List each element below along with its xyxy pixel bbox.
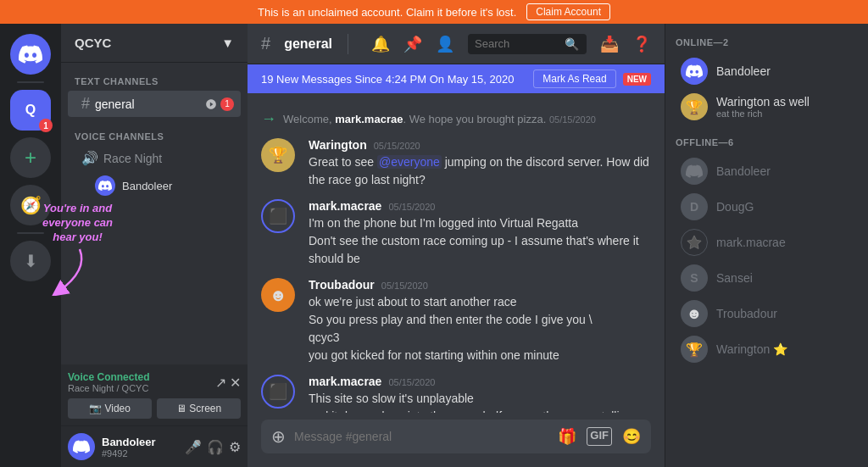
emoji-icon[interactable]: 😊: [622, 427, 641, 446]
member-status: eat the rich: [716, 108, 810, 119]
member-warington-online[interactable]: 🏆 Warington as well eat the rich: [676, 90, 858, 124]
system-message-welcome: → Welcome, mark.macrae. We hope you brou…: [248, 107, 665, 131]
member-name: Warington as well: [716, 95, 810, 108]
offline-section-header: OFFLINE—6: [676, 134, 858, 154]
search-icon: 🔍: [565, 37, 579, 51]
guild-header[interactable]: QCYC ▼: [61, 24, 248, 63]
new-badge: NEW: [623, 73, 651, 86]
mute-icon[interactable]: 🎤: [185, 439, 202, 455]
message-header: Warington 05/15/2020: [309, 138, 651, 152]
member-name: Sansei: [716, 271, 753, 285]
claim-account-button[interactable]: Claim Account: [526, 3, 610, 20]
member-dougg-offline[interactable]: D DougG: [676, 190, 858, 224]
welcome-username: mark.macrae: [335, 113, 403, 125]
vc-channel-text: Race Night / QCYC: [68, 383, 149, 393]
text-channels-header: Text Channels: [61, 63, 248, 90]
speaker-icon: 🔊: [81, 150, 98, 166]
channel-header-name: general: [284, 36, 332, 52]
avatar-mark-2: ⬛: [261, 375, 295, 409]
search-box[interactable]: 🔍: [468, 34, 587, 54]
member-troubadour-offline[interactable]: ☻ Troubadour: [676, 297, 858, 331]
vc-disconnect-icon[interactable]: ✕: [230, 375, 241, 391]
voice-channel-name: Race Night: [103, 152, 162, 165]
voice-user-bandoleer[interactable]: Bandoleer: [68, 172, 241, 199]
add-server-icon[interactable]: +: [10, 137, 51, 178]
download-icon[interactable]: ⬇: [10, 241, 51, 281]
mark-as-read-button[interactable]: Mark As Read: [533, 69, 615, 88]
header-icons: 🔔 📌 👤 🔍 📥 ❓: [371, 34, 651, 54]
user-discriminator: #9492: [102, 448, 178, 459]
messages-list: → Welcome, mark.macrae. We hope you brou…: [248, 93, 665, 413]
deafen-icon[interactable]: 🎧: [207, 439, 224, 455]
right-sidebar: ONLINE—2 Bandoleer 🏆 Warington as well e…: [665, 24, 868, 467]
help-icon[interactable]: ❓: [632, 35, 651, 53]
explore-icon[interactable]: 🧭: [10, 185, 51, 225]
voice-channel-race-night[interactable]: 🔊 Race Night: [68, 146, 241, 170]
avatar-troubadour: ☻: [261, 278, 295, 312]
message-content: Troubadour 05/15/2020 ok we're just abou…: [309, 278, 651, 364]
message-text-1: I'm on the phone but I'm logged into Vir…: [309, 214, 651, 232]
qcyc-server-icon[interactable]: Q 1: [10, 90, 51, 131]
voice-connected-panel: Voice Connected Race Night / QCYC ↗ ✕ 📷 …: [61, 364, 248, 425]
message-author: mark.macrae: [309, 199, 381, 213]
message-time: 05/15/2020: [388, 202, 435, 212]
gif-icon[interactable]: GIF: [587, 427, 612, 446]
message-header: mark.macrae 05/15/2020: [309, 375, 651, 388]
notification-bell-icon[interactable]: 🔔: [371, 35, 390, 53]
member-name: mark.macrae: [716, 236, 786, 249]
user-panel-avatar: [68, 433, 95, 460]
message-input-area: ⊕ 🎁 GIF 😊: [248, 413, 665, 467]
member-avatar-mark: [681, 229, 708, 256]
message-text: Great to see @everyone jumping on the di…: [309, 153, 651, 189]
mention-everyone[interactable]: @everyone: [377, 155, 442, 169]
channel-name: general: [95, 97, 135, 111]
guild-name: QCYC: [75, 36, 111, 50]
member-sansei-offline[interactable]: S Sansei: [676, 261, 858, 295]
avatar-mark: ⬛: [261, 199, 295, 233]
gift-icon[interactable]: 🎁: [558, 427, 576, 446]
video-button[interactable]: 📷 Video: [68, 398, 152, 419]
vc-expand-icon[interactable]: ↗: [215, 375, 226, 391]
member-avatar-warington: 🏆: [681, 93, 708, 120]
server-divider: [17, 81, 44, 83]
member-name: Bandoleer: [716, 64, 771, 78]
message-content: Warington 05/15/2020 Great to see @every…: [309, 138, 651, 189]
voice-user-avatar: [95, 175, 115, 196]
member-warington-offline[interactable]: 🏆 Warington ⭐: [676, 332, 858, 366]
message-text-2: Don't see the custom race coming up - I …: [309, 232, 651, 268]
vc-status-text: Voice Connected: [68, 371, 149, 383]
message-input[interactable]: [294, 430, 549, 443]
discord-home-icon[interactable]: [10, 34, 51, 75]
channel-item-general[interactable]: # general 1: [68, 91, 241, 117]
pin-icon[interactable]: 📌: [403, 35, 422, 53]
member-avatar: S: [681, 264, 708, 292]
message-time: 05/15/2020: [374, 141, 420, 151]
user-info: Bandoleer #9492: [102, 436, 178, 459]
add-file-icon[interactable]: ⊕: [271, 426, 286, 447]
message-time: 05/15/2020: [381, 281, 428, 291]
screen-button[interactable]: 🖥 Screen: [157, 398, 241, 419]
member-bandoleer-online[interactable]: Bandoleer: [676, 54, 858, 88]
search-input[interactable]: [475, 37, 559, 50]
channel-badge: 1: [220, 97, 234, 111]
member-avatar: 🏆: [681, 336, 708, 363]
settings-icon[interactable]: ⚙: [229, 439, 241, 455]
member-mark-offline[interactable]: mark.macrae: [676, 225, 858, 259]
message-text-1: ok we're just about to start another rac…: [309, 293, 651, 311]
message-header: mark.macrae 05/15/2020: [309, 199, 651, 213]
message-author: Troubadour: [309, 278, 375, 292]
new-messages-bar: 19 New Messages Since 4:24 PM On May 15,…: [248, 64, 665, 93]
inbox-icon[interactable]: 📥: [600, 35, 619, 53]
message-author: Warington: [309, 138, 367, 152]
online-section-header: ONLINE—2: [676, 34, 858, 54]
top-banner: This is an unclaimed account. Claim it b…: [0, 0, 868, 24]
member-name: Troubadour: [716, 307, 777, 320]
arrow-icon: →: [261, 110, 276, 128]
members-icon[interactable]: 👤: [436, 35, 454, 53]
message-author: mark.macrae: [309, 375, 381, 388]
member-bandoleer-offline[interactable]: Bandoleer: [676, 154, 858, 188]
guild-chevron: ▼: [221, 36, 234, 50]
svg-marker-0: [687, 236, 701, 249]
message-group-troubadour-1: ☻ Troubadour 05/15/2020 ok we're just ab…: [248, 275, 665, 368]
member-info: Warington as well eat the rich: [716, 95, 810, 119]
